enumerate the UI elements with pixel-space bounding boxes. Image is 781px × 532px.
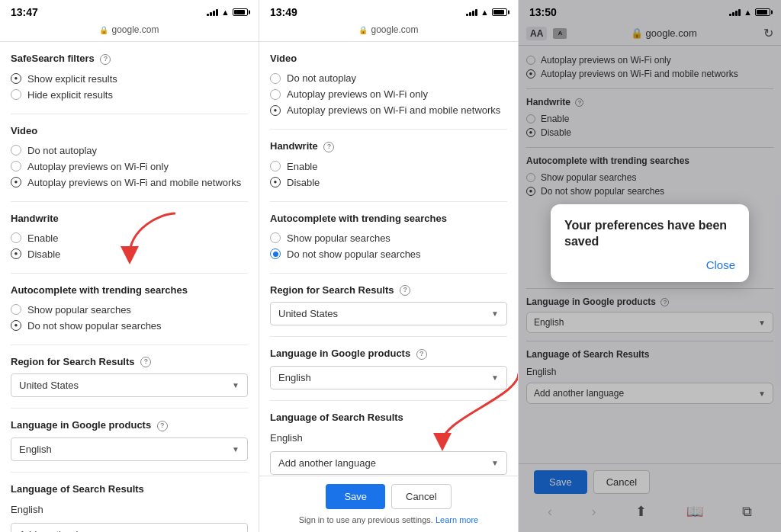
video-label-2: Autoplay previews on Wi-Fi only [27,161,169,172]
safesearch-option-2[interactable]: Hide explicit results [11,87,248,103]
region-help-icon-1[interactable]: ? [140,357,151,367]
handwrite-opt-2-1[interactable]: Enable [270,159,507,175]
save-button-2[interactable]: Save [326,484,385,509]
signal-icon-1 [207,8,218,16]
region-dropdown-1[interactable]: United States ▼ [11,373,248,397]
handwrite-opt-2-2[interactable]: Disable [270,175,507,191]
lang-products-section-1: Language in Google products ? English ▼ [11,419,248,461]
lang-results-title-2: Language of Search Results [270,412,507,423]
autocomplete-radio-2-2[interactable] [270,248,281,259]
video-opt-2-2[interactable]: Autoplay previews on Wi-Fi only [270,86,507,102]
autocomplete-opt-2-1[interactable]: Show popular searches [270,230,507,246]
autocomplete-opt-2-2[interactable]: Do not show popular searches [270,246,507,262]
autocomplete-radio-1[interactable] [11,304,21,315]
lang-products-arrow-2: ▼ [491,373,499,382]
p2-save-row: Save Cancel [326,484,451,509]
lang-products-dropdown-1[interactable]: English ▼ [11,437,248,461]
panel2-content: Video Do not autoplay Autoplay previews … [259,42,518,476]
lock-icon-1: 🔒 [99,26,108,34]
video-opt-2[interactable]: Autoplay previews on Wi-Fi only [11,159,248,175]
safesearch-help-icon[interactable]: ? [100,54,111,65]
url-bar-2: 🔒 google.com [259,21,518,42]
lang-products-help-icon-2[interactable]: ? [416,349,427,360]
divider-4 [11,345,248,345]
autocomplete-radio-2[interactable] [11,320,21,331]
region-section-1: Region for Search Results ? United State… [11,356,248,398]
region-dropdown-2[interactable]: United States ▼ [270,302,507,325]
autocomplete-section-1: Autocomplete with trending searches Show… [11,284,248,334]
safesearch-section: SafeSearch filters ? Show explicit resul… [11,53,248,103]
time-1: 13:47 [11,6,38,18]
autocomplete-label-1: Show popular searches [27,304,131,316]
video-radio-2-2[interactable] [270,89,281,100]
lang-results-dropdown-1[interactable]: Add another language ▼ [11,523,248,532]
handwrite-radio-2-2[interactable] [270,177,281,187]
url-text-2: google.com [371,24,418,35]
toast-close-button[interactable]: Close [564,258,735,271]
handwrite-radio-1[interactable] [11,232,21,243]
panel-2: 13:49 ▲ 🔒 google.com Video Do not autopl… [259,0,519,532]
autocomplete-label-2: Do not show popular searches [27,320,162,332]
safesearch-option-1[interactable]: Show explicit results [11,71,248,87]
autocomplete-label-2-1: Show popular searches [287,232,390,244]
autocomplete-radio-2-1[interactable] [270,232,281,243]
signin-text-2: Sign in to use any previous settings. Le… [299,515,478,524]
handwrite-label-2-2: Disable [287,177,320,188]
video-radio-2-1[interactable] [270,73,281,84]
status-bar-2: 13:49 ▲ [259,0,518,21]
panel-3: 13:50 ▲ AA A 🔒 google.com ↻ Autoplay p [519,0,781,532]
lang-products-help-icon-1[interactable]: ? [157,421,168,431]
video-opt-1[interactable]: Do not autoplay [11,143,248,159]
handwrite-label-2: Disable [27,248,60,260]
divider-2 [11,201,248,202]
video-opt-3[interactable]: Autoplay previews on Wi-Fi and mobile ne… [11,175,248,191]
lang-results-section-1: Language of Search Results English Add a… [11,483,248,532]
video-radio-2-3[interactable] [270,105,281,116]
autocomplete-opt-2[interactable]: Do not show popular searches [11,318,248,334]
video-label-3: Autoplay previews on Wi-Fi and mobile ne… [27,177,241,188]
handwrite-opt-1[interactable]: Enable [11,230,248,246]
learn-more-link-2[interactable]: Learn more [435,515,478,524]
video-radio-3[interactable] [11,177,21,187]
handwrite-radio-2[interactable] [11,248,21,259]
lang-results-dropdown-2[interactable]: Add another language ▼ [270,451,507,475]
lang-products-dropdown-2[interactable]: English ▼ [270,366,507,389]
video-radio-2[interactable] [11,161,21,171]
handwrite-help-icon-2[interactable]: ? [323,142,334,152]
safesearch-title: SafeSearch filters ? [11,53,248,65]
lang-results-value-1: English [11,501,248,518]
toast-overlay: Your preferences have been saved Close [519,0,781,532]
status-bar-1: 13:47 ▲ [0,0,259,21]
divider-6 [11,472,248,473]
safesearch-radio-2[interactable] [11,89,21,100]
region-dropdown-arrow-1: ▼ [232,381,239,389]
toast-box: Your preferences have been saved Close [551,204,749,283]
panel1-content: SafeSearch filters ? Show explicit resul… [0,42,259,532]
divider-1 [11,114,248,114]
handwrite-title-2: Handwrite ? [270,140,507,152]
lang-products-title-2: Language in Google products ? [270,348,507,360]
video-opt-2-1[interactable]: Do not autoplay [270,70,507,86]
video-radio-1[interactable] [11,145,21,155]
autocomplete-opt-1[interactable]: Show popular searches [11,302,248,318]
cancel-button-2[interactable]: Cancel [391,484,451,509]
video-title-2: Video [270,53,507,64]
video-section-1: Video Do not autoplay Autoplay previews … [11,125,248,191]
toast-message: Your preferences have been saved [564,218,735,250]
video-label-2-2: Autoplay previews on Wi-Fi only [287,88,428,100]
video-opt-2-3[interactable]: Autoplay previews on Wi-Fi and mobile ne… [270,102,507,118]
wifi-icon-1: ▲ [221,8,230,17]
lang-results-section-2: Language of Search Results English Add a… [270,412,507,475]
handwrite-radio-2-1[interactable] [270,161,281,171]
battery-icon-2 [492,8,507,16]
p2-divider-3 [270,273,507,274]
safesearch-label-1: Show explicit results [27,73,117,85]
status-icons-2: ▲ [466,8,507,17]
panel-1: 13:47 ▲ 🔒 google.com SafeSearch filters … [0,0,259,532]
handwrite-opt-2[interactable]: Disable [11,246,248,262]
region-title-1: Region for Search Results ? [11,356,248,368]
safesearch-radio-1[interactable] [11,73,21,84]
divider-5 [11,408,248,409]
region-help-icon-2[interactable]: ? [400,285,410,296]
p2-divider-1 [270,129,507,130]
